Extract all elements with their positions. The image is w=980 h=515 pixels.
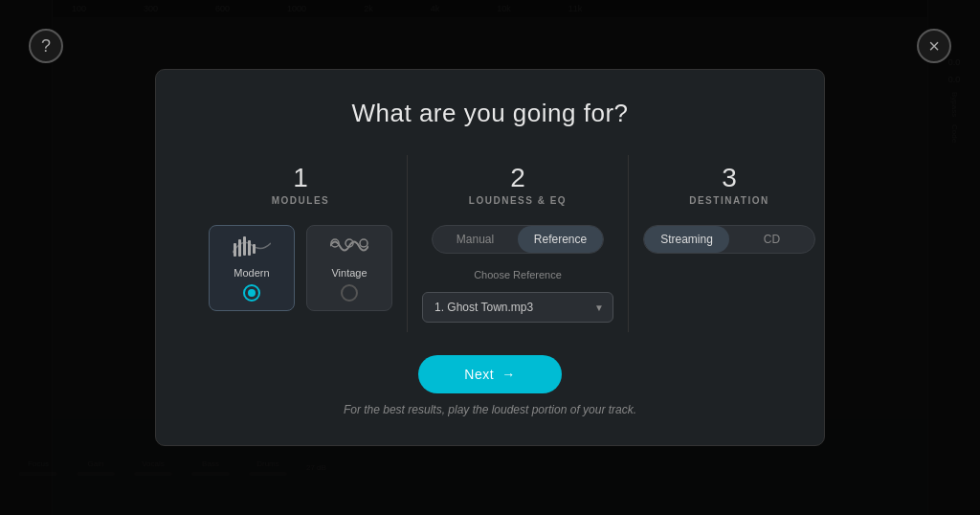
help-button[interactable]: ? [29, 29, 63, 63]
next-button[interactable]: Next → [418, 355, 561, 393]
loudness-eq-controls: Manual Reference Choose Reference 1. Gho… [422, 225, 613, 323]
hint-text: For the best results, play the loudest p… [344, 403, 636, 416]
question-icon: ? [41, 36, 51, 56]
module-vintage-radio[interactable] [341, 284, 358, 302]
choose-reference-label: Choose Reference [474, 269, 562, 280]
vintage-waveform-icon [330, 235, 368, 261]
step-2-label: LOUDNESS & EQ [469, 195, 567, 206]
step-3-number: 3 [722, 165, 737, 191]
step-1-label: MODULES [272, 195, 330, 206]
step-3-label: DESTINATION [689, 195, 769, 206]
svg-point-7 [360, 239, 368, 247]
modal-overlay: What are you going for? 1 MODULES [0, 0, 980, 515]
step-1-number: 1 [293, 165, 308, 191]
step-2-number: 2 [510, 165, 525, 191]
manual-reference-toggle: Manual Reference [432, 225, 604, 254]
modal-bottom: Next → For the best results, play the lo… [194, 355, 786, 416]
manual-toggle-btn[interactable]: Manual [433, 226, 518, 253]
svg-rect-2 [243, 236, 246, 256]
close-icon: × [928, 35, 940, 57]
modules-grid: Modern [209, 225, 392, 311]
steps-container: 1 MODULES [194, 155, 786, 332]
next-arrow-icon: → [501, 367, 516, 382]
cd-btn[interactable]: CD [729, 226, 814, 253]
module-vintage-name: Vintage [331, 267, 367, 279]
modal-title: What are you going for? [352, 99, 629, 128]
reference-dropdown[interactable]: 1. Ghost Town.mp3 2. Track 2.mp3 3. Trac… [422, 292, 613, 323]
step-1-modules: 1 MODULES [194, 155, 408, 332]
module-vintage[interactable]: Vintage [306, 225, 392, 311]
step-3-destination: 3 DESTINATION Streaming CD [629, 155, 830, 332]
reference-dropdown-wrap: 1. Ghost Town.mp3 2. Track 2.mp3 3. Trac… [422, 292, 613, 323]
module-modern-radio[interactable] [243, 284, 260, 302]
destination-toggle: Streaming CD [643, 225, 815, 254]
streaming-btn[interactable]: Streaming [644, 226, 729, 253]
next-label: Next [464, 367, 494, 382]
modal-container: What are you going for? 1 MODULES [155, 69, 825, 446]
module-modern[interactable]: Modern [209, 225, 295, 311]
module-modern-name: Modern [234, 267, 269, 279]
svg-rect-1 [238, 239, 241, 257]
reference-toggle-btn[interactable]: Reference [518, 226, 603, 253]
modern-waveform-icon [233, 235, 271, 261]
close-button[interactable]: × [917, 29, 951, 63]
step-2-loudness: 2 LOUDNESS & EQ Manual Reference Choose … [408, 155, 629, 332]
